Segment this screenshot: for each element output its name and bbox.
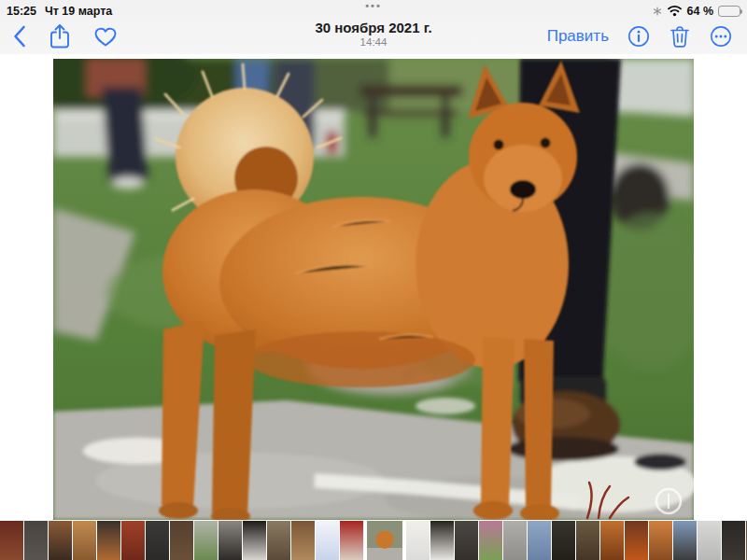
favorite-button[interactable] <box>93 25 118 48</box>
filmstrip-thumbnail[interactable] <box>600 521 624 560</box>
filmstrip-thumbnail[interactable] <box>194 521 218 560</box>
photo-time: 14:44 <box>315 36 431 49</box>
status-left: 15:25 Чт 19 марта <box>7 5 112 18</box>
photo-viewer-dog[interactable] <box>53 59 694 520</box>
photo-date-header: 30 ноября 2021 г. 14:44 <box>315 20 431 49</box>
filmstrip-thumbnail[interactable] <box>291 521 315 560</box>
filmstrip-thumbnail[interactable] <box>146 521 169 560</box>
filmstrip-thumbnail[interactable] <box>430 521 454 560</box>
share-button[interactable] <box>49 23 71 49</box>
status-time: 15:25 <box>7 5 36 18</box>
navigation-bar: 30 ноября 2021 г. 14:44 Править <box>0 19 747 54</box>
multitask-handle[interactable]: ••• <box>365 0 382 11</box>
wifi-icon <box>667 5 683 17</box>
status-right: 64 % <box>653 5 741 18</box>
filmstrip-thumbnail[interactable] <box>722 521 745 560</box>
filmstrip-thumbnail[interactable] <box>340 521 363 560</box>
filmstrip-thumbnail[interactable] <box>455 521 478 560</box>
top-bar: 15:25 Чт 19 марта 64 % ••• <box>0 0 747 54</box>
filmstrip-thumbnail[interactable] <box>406 521 430 560</box>
network-activity-icon <box>653 7 662 16</box>
filmstrip-thumbnail[interactable] <box>528 521 551 560</box>
battery-percent-label: 64 % <box>687 5 714 18</box>
chevron-left-icon <box>13 25 26 48</box>
filmstrip-thumbnail[interactable] <box>576 521 599 560</box>
info-button[interactable] <box>627 25 650 48</box>
heart-icon <box>93 25 118 48</box>
edit-button[interactable]: Править <box>547 27 609 46</box>
ipad-photos-app: 15:25 Чт 19 марта 64 % ••• <box>0 0 747 560</box>
filmstrip-thumbnail[interactable] <box>121 521 145 560</box>
filmstrip-thumbnail[interactable] <box>698 521 721 560</box>
filmstrip-thumbnail[interactable] <box>97 521 120 560</box>
filmstrip-thumbnail[interactable] <box>24 521 48 560</box>
filmstrip-thumbnail[interactable] <box>49 521 72 560</box>
battery-nub <box>740 9 742 14</box>
share-icon <box>49 23 71 49</box>
filmstrip-thumbnail[interactable] <box>625 521 648 560</box>
filmstrip-thumbnail[interactable] <box>479 521 502 560</box>
filmstrip-thumbnail[interactable] <box>552 521 575 560</box>
filmstrip-thumbnail[interactable] <box>0 521 23 560</box>
back-button[interactable] <box>13 25 26 48</box>
more-button[interactable] <box>710 25 732 48</box>
filmstrip-thumbnail[interactable] <box>649 521 672 560</box>
photo-date: 30 ноября 2021 г. <box>315 20 431 35</box>
filmstrip-thumbnail[interactable] <box>73 521 96 560</box>
filmstrip-thumbnail[interactable] <box>673 521 697 560</box>
filmstrip-thumbnail-selected[interactable] <box>367 521 402 560</box>
filmstrip-thumbnail[interactable] <box>503 521 527 560</box>
ellipsis-circle-icon <box>710 25 732 48</box>
delete-button[interactable] <box>669 24 691 49</box>
filmstrip-thumbnail[interactable] <box>243 521 266 560</box>
status-date: Чт 19 марта <box>45 5 112 18</box>
nav-right-group: Править <box>547 19 732 54</box>
photo-image <box>53 59 694 520</box>
info-icon <box>627 25 650 48</box>
filmstrip <box>0 521 747 560</box>
battery-icon <box>718 6 740 17</box>
filmstrip-thumbnail[interactable] <box>267 521 290 560</box>
filmstrip-thumbnail[interactable] <box>316 521 339 560</box>
nav-left-group <box>13 19 118 54</box>
filmstrip-thumbnail[interactable] <box>170 521 193 560</box>
filmstrip-thumbnail[interactable] <box>218 521 242 560</box>
trash-icon <box>669 24 691 49</box>
